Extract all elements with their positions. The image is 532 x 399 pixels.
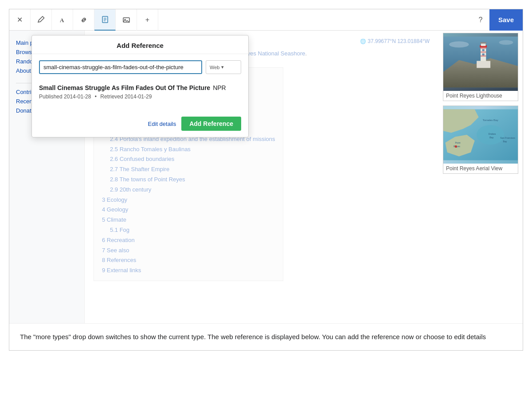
toc-link[interactable]: 2.9 20th century: [110, 186, 151, 193]
result-source: NPR: [213, 84, 226, 91]
meta-dot: •: [95, 94, 97, 100]
list-item: 2.5 Rancho Tomales y Baulinas: [102, 145, 275, 154]
edit-details-link[interactable]: Edit details: [148, 121, 176, 127]
list-item: 9 External links: [102, 266, 275, 275]
bottom-description: The "more types" drop down switches to s…: [9, 323, 523, 350]
text-format-button[interactable]: A: [52, 9, 73, 31]
lighthouse-image-box: Point Reyes Lighthouse: [443, 33, 518, 101]
main-wrapper: ✕ A + ? Save Main page Browse Random Art…: [9, 9, 523, 351]
close-button[interactable]: ✕: [9, 9, 31, 31]
svg-text:Point: Point: [455, 141, 461, 144]
coords-icon: 🌐: [360, 39, 366, 44]
aerial-image: Tomales Bay Drakes Bay Point Reyes San F…: [443, 106, 518, 164]
toc-link[interactable]: 2.8 The towns of Point Reyes: [110, 176, 185, 183]
toc-link[interactable]: 4 Geology: [102, 206, 128, 213]
svg-point-32: [455, 145, 457, 148]
toolbar: ✕ A + ? Save: [9, 9, 523, 31]
svg-point-20: [499, 40, 513, 45]
toc-link[interactable]: 2.7 The Shafter Empire: [110, 166, 169, 172]
popup-footer: Edit details Add Reference: [32, 112, 248, 137]
popup-body: Web ▾ Small Cinemas Struggle As Film Fad…: [32, 54, 248, 112]
svg-text:Bay: Bay: [489, 136, 493, 139]
add-reference-popup: Add Reference Web ▾ Small Cinemas Strugg…: [31, 35, 249, 137]
svg-rect-11: [481, 43, 486, 46]
toc-link[interactable]: 5.1 Fog: [110, 227, 129, 233]
svg-rect-16: [481, 51, 486, 53]
svg-text:Drakes: Drakes: [489, 133, 496, 135]
aerial-caption: Point Reyes Aerial View: [443, 164, 518, 173]
svg-rect-14: [482, 54, 485, 55]
image-button[interactable]: [116, 9, 137, 31]
lighthouse-caption: Point Reyes Lighthouse: [443, 91, 518, 101]
aerial-image-box: Tomales Bay Drakes Bay Point Reyes San F…: [443, 106, 518, 174]
list-item: 2.7 The Shafter Empire: [102, 165, 275, 174]
list-item: 3 Ecology: [102, 196, 275, 205]
list-item: 5.1 Fog: [102, 226, 275, 235]
svg-rect-18: [477, 61, 490, 68]
help-button[interactable]: ?: [472, 9, 489, 31]
list-item: 7 See also: [102, 246, 275, 255]
svg-rect-12: [480, 42, 486, 44]
svg-text:San Francisco: San Francisco: [500, 137, 515, 139]
svg-text:Bay: Bay: [503, 140, 507, 143]
popup-input-row: Web ▾: [39, 60, 241, 74]
save-button[interactable]: Save: [489, 9, 523, 31]
reference-button[interactable]: [94, 9, 116, 31]
toc-link[interactable]: 3 Ecology: [102, 196, 127, 203]
svg-rect-15: [481, 47, 486, 49]
svg-rect-17: [481, 55, 486, 57]
svg-point-19: [449, 41, 469, 47]
main-area: Main page Browse Random Article About Wi…: [9, 31, 523, 323]
type-label: Web: [210, 65, 219, 70]
lighthouse-image: [443, 33, 518, 91]
coords-link[interactable]: 37.99677°N 123.01884°W: [368, 38, 430, 44]
toc-item-confused-boundaries: 2.6 Confused boundaries: [102, 155, 275, 164]
popup-title: Add Reference: [32, 35, 248, 54]
type-select[interactable]: Web ▾: [206, 60, 241, 74]
link-button[interactable]: [73, 9, 94, 31]
toc-link[interactable]: 2.5 Rancho Tomales y Baulinas: [110, 146, 191, 153]
list-item: 2.8 The towns of Point Reyes: [102, 175, 275, 184]
add-reference-button[interactable]: Add Reference: [181, 117, 241, 131]
toc-link[interactable]: 5 Climate: [102, 216, 126, 223]
list-item: 8 References: [102, 256, 275, 265]
result-meta: Published 2014-01-28 • Retrieved 2014-01…: [39, 94, 241, 100]
plus-button[interactable]: +: [137, 9, 158, 31]
pencil-button[interactable]: [31, 9, 52, 31]
list-item: 4 Geology: [102, 205, 275, 215]
toc-link-confused[interactable]: 2.6 Confused boundaries: [110, 156, 174, 162]
right-images: Point Reyes Lighthouse: [438, 31, 523, 323]
list-item: 2.9 20th century: [102, 185, 275, 195]
list-item: 5 Climate: [102, 215, 275, 225]
svg-text:A: A: [60, 17, 64, 23]
toc-link[interactable]: 8 References: [102, 257, 136, 263]
url-input[interactable]: [39, 60, 202, 74]
list-item: 6 Recreation: [102, 236, 275, 245]
svg-rect-13: [482, 49, 485, 51]
toc-link[interactable]: 9 External links: [102, 267, 141, 274]
retrieved-date: Retrieved 2014-01-29: [100, 94, 152, 100]
published-date: Published 2014-01-28: [39, 94, 91, 100]
result-title: Small Cinemas Struggle As Film Fades Out…: [39, 84, 210, 91]
popup-result: Small Cinemas Struggle As Film Fades Out…: [39, 80, 241, 106]
chevron-down-icon: ▾: [221, 64, 224, 70]
toc-link[interactable]: 6 Recreation: [102, 237, 135, 243]
toc-link[interactable]: 7 See also: [102, 247, 129, 254]
svg-text:Tomales Bay: Tomales Bay: [482, 118, 498, 121]
